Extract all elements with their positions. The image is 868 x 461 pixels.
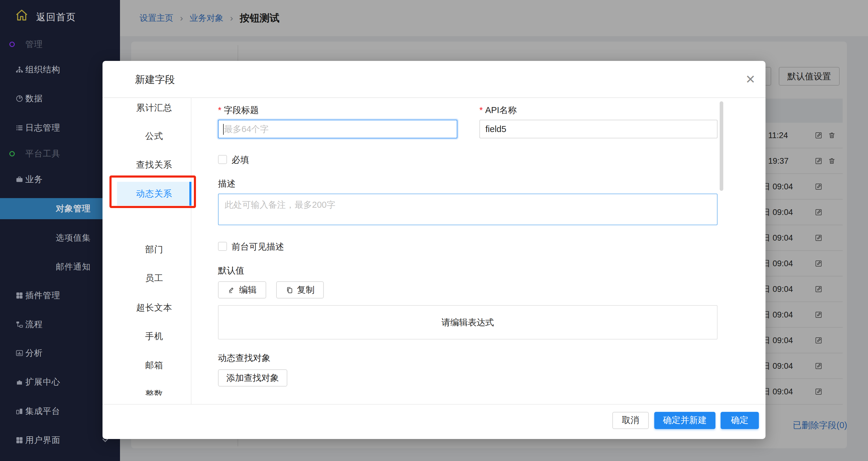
sidebar-item-log-manage[interactable]: 日志管理 (0, 118, 120, 137)
text-caret (223, 124, 224, 135)
sidebar-item-option-sets[interactable]: 选项值集 (0, 228, 120, 248)
sidebar-item-object-manage[interactable]: 对象管理 (0, 198, 120, 219)
sidebar-item-business[interactable]: 业务 (0, 170, 120, 189)
sidebar-home-button[interactable]: 返回首页 (0, 7, 120, 25)
plugin-grid-icon (16, 291, 24, 300)
sidebar-item-label: 插件管理 (25, 290, 60, 301)
bar-chart-icon (16, 349, 24, 357)
default-value-label: 默认值 (218, 265, 244, 276)
log-list-icon (16, 124, 24, 132)
sidebar-item-label: 选项值集 (56, 232, 91, 244)
pie-chart-icon (16, 95, 24, 103)
close-icon[interactable]: ✕ (743, 72, 757, 86)
home-icon (15, 8, 29, 22)
tab-long-text[interactable]: 超长文本 (117, 298, 191, 317)
required-label: 必填 (231, 155, 249, 165)
org-tree-icon (16, 66, 24, 74)
edit-button-label: 编辑 (239, 284, 256, 296)
api-name-label: *API名称 (479, 105, 517, 115)
sidebar-item-label: 数据 (25, 93, 43, 104)
sidebar-item-integration[interactable]: 集成平台 (0, 402, 120, 421)
dynamic-lookup-label: 动态查找对象 (218, 353, 271, 363)
sidebar-item-mail-notify[interactable]: 邮件通知 (0, 257, 120, 276)
expression-preview-box[interactable]: 请编辑表达式 (218, 305, 718, 339)
field-type-tabs: 累计汇总 公式 查找关系 动态关系 部门 员工 超长文本 手机 邮箱 整数 多选 (102, 98, 191, 396)
required-checkbox[interactable] (218, 155, 227, 164)
modal-header: 新建字段 ✕ (102, 61, 766, 98)
sidebar-item-extension-center[interactable]: 扩展中心 (0, 372, 120, 392)
copy-icon (285, 286, 293, 294)
briefcase-icon (16, 176, 24, 184)
sidebar-item-label: 管理 (25, 39, 43, 50)
sidebar-item-label: 扩展中心 (25, 376, 60, 388)
sidebar-item-label: 邮件通知 (56, 261, 91, 273)
sidebar-item-label: 日志管理 (25, 122, 60, 133)
tab-lookup-relation[interactable]: 查找关系 (117, 155, 191, 175)
sidebar: 返回首页 管理 组织结构 数据 日志管理 平台工具 业务 (0, 0, 120, 461)
sidebar-item-label: 集成平台 (25, 405, 60, 417)
description-label: 描述 (218, 179, 236, 189)
edit-expression-button[interactable]: 编辑 (218, 281, 266, 299)
sidebar-item-label: 用户界面 (25, 434, 60, 446)
new-field-modal: 新建字段 ✕ 累计汇总 公式 查找关系 动态关系 部门 员工 超长文本 手机 邮… (102, 61, 766, 439)
required-asterisk: * (218, 105, 221, 115)
description-textarea[interactable] (218, 193, 718, 225)
tab-formula[interactable]: 公式 (117, 127, 191, 146)
confirm-and-new-button[interactable]: 确定并新建 (654, 412, 715, 429)
sidebar-item-label: 流程 (25, 319, 43, 330)
copy-expression-button[interactable]: 复制 (276, 281, 324, 299)
modal-scrollbar-thumb[interactable] (720, 101, 723, 191)
sidebar-item-label: 业务 (25, 174, 43, 185)
sidebar-item-org-structure[interactable]: 组织结构 (0, 60, 120, 79)
puzzle-icon (16, 378, 24, 386)
active-tab-bar (189, 182, 191, 206)
tab-dynamic-relation[interactable]: 动态关系 (117, 182, 191, 206)
frontend-visible-desc-checkbox[interactable] (218, 242, 227, 251)
tab-email[interactable]: 邮箱 (117, 356, 191, 375)
cancel-button[interactable]: 取消 (612, 412, 649, 429)
sidebar-item-label: 对象管理 (56, 203, 91, 214)
manage-ring-icon (9, 41, 15, 47)
modal-title: 新建字段 (135, 61, 175, 98)
ui-grid-icon (16, 436, 24, 444)
required-asterisk: * (479, 105, 483, 115)
tab-department[interactable]: 部门 (117, 240, 191, 259)
sidebar-item-data[interactable]: 数据 (0, 89, 120, 108)
copy-button-label: 复制 (297, 284, 314, 296)
field-title-input[interactable] (218, 120, 457, 139)
tab-rollup-summary[interactable]: 累计汇总 (117, 98, 191, 118)
sidebar-item-label: 平台工具 (25, 148, 60, 159)
api-name-input[interactable] (479, 120, 718, 139)
tab-employee[interactable]: 员工 (117, 269, 191, 288)
platform-ring-icon (9, 151, 15, 156)
sidebar-item-plugin-manage[interactable]: 插件管理 (0, 286, 120, 305)
sidebar-item-label: 分析 (25, 347, 43, 359)
home-label: 返回首页 (36, 11, 76, 24)
confirm-button[interactable]: 确定 (720, 412, 759, 429)
sidebar-item-manage[interactable]: 管理 (0, 35, 120, 54)
sidebar-item-process[interactable]: 流程 (0, 315, 120, 334)
add-lookup-object-button[interactable]: 添加查找对象 (218, 369, 287, 387)
tab-phone[interactable]: 手机 (117, 327, 191, 346)
flow-icon (16, 320, 24, 329)
sidebar-item-analysis[interactable]: 分析 (0, 343, 120, 363)
field-title-label: *字段标题 (218, 105, 259, 115)
sidebar-item-label: 组织结构 (25, 64, 60, 75)
buildings-icon (16, 407, 24, 416)
sidebar-item-user-interface[interactable]: 用户界面 (0, 431, 120, 450)
sidebar-item-platform-tools[interactable]: 平台工具 (0, 144, 120, 163)
tab-label: 动态关系 (136, 188, 173, 200)
tab-integer[interactable]: 整数 (117, 385, 191, 396)
frontend-visible-desc-label: 前台可见描述 (231, 242, 284, 251)
pencil-icon (228, 286, 236, 294)
